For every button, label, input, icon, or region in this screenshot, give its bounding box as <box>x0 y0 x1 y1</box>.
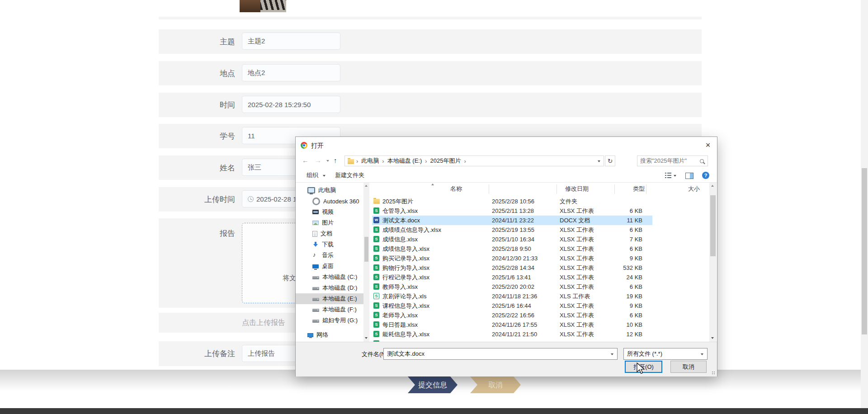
dialog-titlebar[interactable]: 打开 × <box>296 137 717 154</box>
sidebar-scrollbar-thumb[interactable] <box>364 237 368 262</box>
forward-icon[interactable]: → <box>315 154 321 168</box>
downloads-icon <box>312 242 319 248</box>
form-row-subject: 主题主题2 <box>159 29 702 54</box>
sidebar-item-label: 此电脑 <box>318 186 336 194</box>
new-folder-button[interactable]: 新建文件夹 <box>335 169 364 182</box>
organize-button[interactable]: 组织 <box>307 169 318 182</box>
form-cancel-button[interactable]: 取消 <box>470 376 521 393</box>
list-scroll-down-icon[interactable] <box>711 337 714 339</box>
refresh-button[interactable]: ↻ <box>605 155 615 166</box>
file-row[interactable]: 2025年图片2025/2/28 10:56文件夹 <box>372 197 652 206</box>
back-icon[interactable]: ← <box>302 154 309 168</box>
location-input[interactable]: 地点2 <box>242 64 340 81</box>
xlsx-file-icon <box>373 283 379 290</box>
xlsx-file-icon <box>373 331 379 337</box>
xlsx-file-icon <box>373 264 379 271</box>
network-icon <box>307 333 313 337</box>
sidebar-item-disk-e[interactable]: 本地磁盘 (E:) <box>296 293 363 304</box>
file-name: 2025年图片 <box>382 197 413 206</box>
file-row[interactable]: 能耗信息导入.xlsx2024/11/21 21:50XLSX 工作表12 KB <box>372 329 652 339</box>
submit-button[interactable]: 提交信息 <box>408 376 458 393</box>
sidebar-item-network[interactable]: 网络 <box>296 329 363 340</box>
column-header-name[interactable]: 名称 <box>450 185 462 193</box>
computer-icon <box>307 187 315 193</box>
breadcrumb-item[interactable]: 2025年图片 <box>430 157 461 165</box>
file-row[interactable]: 成绩绩点信息导入.xlsx2025/2/19 13:55XLSX 工作表6 KB <box>372 225 652 235</box>
time-input[interactable]: 2025-02-28 15:29:50 <box>242 96 340 113</box>
file-row[interactable]: 京剧评论导入.xls2024/11/18 21:36XLS 工作表19 KB <box>372 292 652 301</box>
up-icon[interactable]: ↑ <box>334 154 337 168</box>
form-row-location: 地点地点2 <box>159 61 702 85</box>
clock-icon <box>248 196 254 202</box>
breadcrumb-separator-icon: › <box>425 158 427 165</box>
header-separator <box>557 184 557 194</box>
sidebar-item-autodesk-360[interactable]: Autodesk 360 <box>296 196 363 207</box>
file-list-scrollbar[interactable] <box>709 183 717 342</box>
file-date: 2025/2/22 16:56 <box>492 310 534 320</box>
view-mode-icon[interactable] <box>667 173 671 178</box>
screen: 主题主题2地点地点2时间2025-02-28 15:29:50学号11姓名张三上… <box>0 0 868 414</box>
filename-input[interactable]: 测试文本.docx <box>383 348 618 360</box>
sidebar-item-disk-d[interactable]: 本地磁盘 (D:) <box>296 282 363 293</box>
file-list-scrollbar-thumb[interactable] <box>710 195 716 256</box>
photo-chairs <box>260 0 286 10</box>
sidebar-item-label: 本地磁盘 (F:) <box>322 306 357 314</box>
search-input[interactable]: 搜索"2025年图片" <box>637 155 708 166</box>
sidebar-item-videos[interactable]: 视频 <box>296 207 363 217</box>
sidebar-item-music[interactable]: 音乐 <box>296 250 363 261</box>
close-icon[interactable]: × <box>702 139 714 151</box>
subject-input[interactable]: 主题2 <box>242 33 340 50</box>
recent-locations-caret-icon[interactable] <box>326 160 329 162</box>
view-mode-caret-icon[interactable] <box>674 175 676 177</box>
sidebar-item-this-pc[interactable]: 此电脑 <box>296 185 363 196</box>
file-name: 京剧评论导入.xls <box>382 292 427 301</box>
file-row[interactable]: 仓管导入.xlsx2025/2/11 13:28XLSX 工作表6 KB <box>372 206 652 216</box>
sidebar-item-disk-g[interactable]: 媳妇专用 (G:) <box>296 315 363 326</box>
pictures-icon <box>312 221 319 225</box>
sidebar-item-disk-c[interactable]: 本地磁盘 (C:) <box>296 272 363 282</box>
column-header-type[interactable]: 类型 <box>633 185 645 193</box>
sidebar-item-documents[interactable]: 文档 <box>296 228 363 239</box>
file-row[interactable]: 购物行为导入.xlsx2025/2/28 14:34XLSX 工作表532 KB <box>372 263 652 273</box>
file-row[interactable]: 成绩信息导入.xlsx2025/2/18 9:50XLSX 工作表6 KB <box>372 244 652 254</box>
file-row[interactable]: 教师导入.xlsx2025/2/20 20:02XLSX 工作表6 KB <box>372 282 652 292</box>
list-scroll-up-icon[interactable] <box>711 185 714 187</box>
upload-report-hint[interactable]: 点击上传报告 <box>242 318 285 328</box>
xls-file-icon <box>373 293 379 299</box>
video-icon <box>312 210 319 214</box>
file-row[interactable]: 测试文本.docx2024/11/1 23:22DOCX 文档11 KB <box>372 216 652 225</box>
file-row[interactable]: 行程记录导入.xlsx2025/1/6 13:41XLSX 工作表24 KB <box>372 273 652 282</box>
breadcrumb-item[interactable]: 此电脑 <box>361 157 379 165</box>
column-header-size[interactable]: 大小 <box>688 185 700 193</box>
page-scrollbar-thumb[interactable] <box>862 168 867 334</box>
column-header-date[interactable]: 修改日期 <box>565 185 589 193</box>
sidebar-item-pictures[interactable]: 图片 <box>296 217 363 228</box>
sidebar-item-downloads[interactable]: 下载 <box>296 239 363 250</box>
file-row[interactable]: 每日答题.xlsx2024/11/26 17:55XLSX 工作表10 KB <box>372 320 652 329</box>
resize-grip[interactable] <box>712 371 716 375</box>
filetype-select[interactable]: 所有文件 (*.*) <box>623 348 708 360</box>
file-name: 能耗信息导入.xlsx <box>382 329 429 339</box>
file-size: 532 KB <box>589 263 642 273</box>
sidebar-item-label: 图片 <box>322 219 334 227</box>
page-scrollbar[interactable] <box>861 0 868 408</box>
sidebar-item-label: Autodesk 360 <box>323 198 359 205</box>
xlsx-file-icon <box>373 207 379 214</box>
sidebar-scroll-up-icon[interactable] <box>365 185 368 187</box>
sidebar-scroll-down-icon[interactable] <box>365 337 368 339</box>
file-row[interactable]: 课程信息导入.xlsx2025/1/6 16:44XLSX 工作表9 KB <box>372 301 652 310</box>
preview-pane-icon[interactable] <box>685 173 693 179</box>
dialog-cancel-button[interactable]: 取消 <box>670 361 707 373</box>
filename-combo-caret-icon[interactable] <box>611 353 613 355</box>
file-row[interactable]: 成绩信息.xlsx2025/1/10 16:34XLSX 工作表7 KB <box>372 235 652 244</box>
sidebar-item-desktop[interactable]: 桌面 <box>296 261 363 272</box>
address-bar[interactable]: ›此电脑›本地磁盘 (E:)›2025年图片› <box>344 155 604 166</box>
file-row[interactable]: 老师导入.xlsx2025/2/22 16:56XLSX 工作表6 KB <box>372 310 652 320</box>
sidebar-item-disk-f[interactable]: 本地磁盘 (F:) <box>296 304 363 315</box>
address-dropdown-caret-icon[interactable] <box>598 160 600 162</box>
help-icon[interactable]: ? <box>702 172 709 179</box>
sidebar-item-label: 视频 <box>322 208 334 216</box>
file-row[interactable]: 购买记录导入.xlsx2024/12/30 21:33XLSX 工作表9 KB <box>372 254 652 263</box>
breadcrumb-item[interactable]: 本地磁盘 (E:) <box>387 157 422 165</box>
music-icon <box>312 252 319 259</box>
